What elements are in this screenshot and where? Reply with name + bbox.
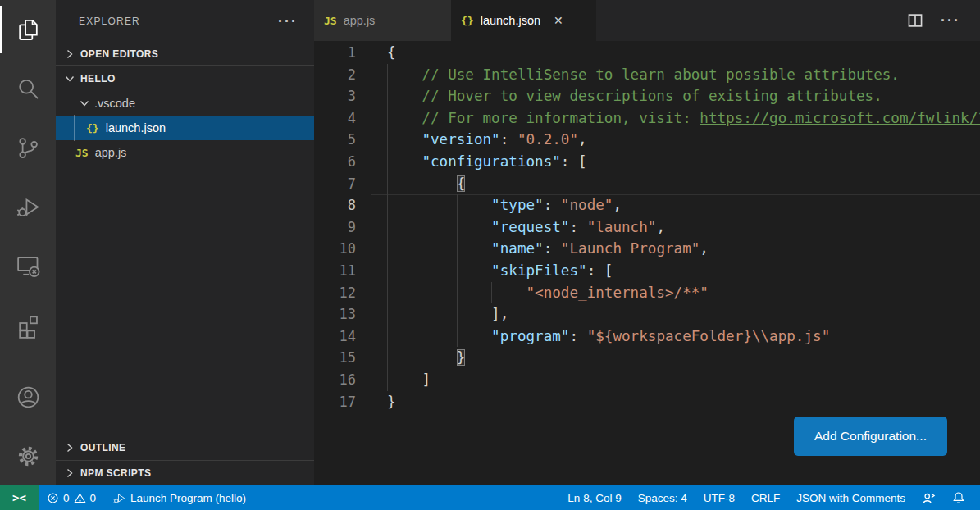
line-content: "version": "0.2.0", [387,129,980,151]
tab-launch-json[interactable]: {} launch.json ✕ [451,0,596,41]
activity-item-explorer[interactable] [0,0,56,59]
line-number[interactable]: 8 [314,194,356,216]
line-number[interactable]: 4 [314,107,356,130]
section-open-editors[interactable]: OPEN EDITORS [56,43,314,66]
sidebar-more-actions-icon[interactable]: ··· [278,14,298,29]
code-line-2[interactable]: 2 // Use IntelliSense to learn about pos… [314,64,980,86]
section-folder-hello[interactable]: HELLO [56,66,314,91]
line-number[interactable]: 17 [314,391,356,413]
indent-guide [422,260,422,282]
indent-guide [422,303,422,326]
line-number[interactable]: 1 [314,42,356,64]
code-line-9[interactable]: 9 "request": "launch", [314,216,980,239]
code-editor[interactable]: 1{2 // Use IntelliSense to learn about p… [314,41,980,485]
code-line-14[interactable]: 14 "program": "${workspaceFolder}\\app.j… [314,326,980,348]
debug-launch-target[interactable]: Launch Program (hello) [104,485,254,510]
code-token [387,328,491,344]
tab-bar: JS app.js {} launch.json ✕ ··· [314,0,980,41]
code-line-13[interactable]: 13 ], [314,303,980,326]
line-number[interactable]: 14 [314,326,356,348]
activity-item-settings[interactable] [0,426,56,485]
tab-label: launch.json [481,14,540,27]
line-number[interactable]: 13 [314,303,356,326]
code-line-8[interactable]: 8 "type": "node", [314,194,980,216]
problems-indicator[interactable]: 0 0 [39,485,104,510]
remote-icon: >< [12,491,26,504]
line-number[interactable]: 6 [314,151,356,173]
code-line-17[interactable]: 17} [314,391,980,413]
indent-guide [387,129,388,151]
indentation-setting[interactable]: Spaces: 4 [630,485,695,510]
code-line-7[interactable]: 7 { [314,173,980,195]
code-line-1[interactable]: 1{ [314,42,980,64]
extensions-icon [15,312,42,339]
line-content: "program": "${workspaceFolder}\\app.js" [387,326,980,348]
encoding-setting[interactable]: UTF-8 [695,485,743,510]
line-content: // For more information, visit: https://… [387,107,980,130]
activity-item-search[interactable] [0,59,56,118]
chevron-right-icon [63,48,76,61]
notifications-button[interactable] [944,485,973,510]
activity-item-accounts[interactable] [0,367,56,426]
chevron-down-icon [63,72,76,85]
code-token: , [656,219,665,235]
line-number[interactable]: 2 [314,64,356,86]
section-label: NPM SCRIPTS [80,467,151,479]
comment-link[interactable]: https://go.microsoft.com/fwlink/?linkid=… [700,110,980,126]
activity-item-run-debug[interactable] [0,177,56,236]
line-number[interactable]: 10 [314,238,356,260]
line-number[interactable]: 15 [314,347,356,369]
code-token: "version" [422,131,499,148]
code-line-15[interactable]: 15 } [314,347,980,369]
split-editor-icon[interactable] [906,11,924,30]
code-token: , [578,131,587,148]
tree-item-vscode-folder[interactable]: .vscode [56,91,314,116]
indent-guide [387,282,388,304]
line-number[interactable]: 12 [314,282,356,304]
code-line-4[interactable]: 4 // For more information, visit: https:… [314,107,980,130]
tab-app-js[interactable]: JS app.js [314,0,451,41]
code-line-10[interactable]: 10 "name": "Launch Program", [314,238,980,260]
line-number[interactable]: 11 [314,260,356,282]
code-token: : [544,240,561,257]
line-number[interactable]: 16 [314,369,356,391]
indent-guide [422,347,422,369]
line-number[interactable]: 7 [314,173,356,195]
code-line-16[interactable]: 16 ] [314,369,980,391]
indent-guide [457,282,458,304]
remote-indicator[interactable]: >< [0,485,39,510]
language-mode-label: JSON with Comments [796,492,905,504]
code-token: "skipFiles" [491,262,587,279]
code-token: "request" [491,219,569,235]
line-number[interactable]: 3 [314,85,356,107]
tree-item-app-js[interactable]: JS app.js [56,140,314,165]
indent-guide [387,173,388,195]
feedback-button[interactable] [914,485,944,510]
language-mode[interactable]: JSON with Comments [788,485,914,510]
code-line-11[interactable]: 11 "skipFiles": [ [314,260,980,282]
activity-item-remote-explorer[interactable] [0,236,56,295]
section-outline[interactable]: OUTLINE [56,435,314,460]
cursor-position[interactable]: Ln 8, Col 9 [559,485,629,510]
debug-target-label: Launch Program (hello) [130,492,246,504]
eol-label: CRLF [751,492,780,504]
code-token: "configurations" [422,153,560,170]
vscode-window: EXPLORER ··· OPEN EDITORS HELLO [0,0,980,510]
add-configuration-button[interactable]: Add Configuration... [794,417,947,456]
line-number[interactable]: 9 [314,216,356,239]
close-icon[interactable]: ✕ [554,14,563,27]
section-npm-scripts[interactable]: NPM SCRIPTS [56,460,314,485]
activity-item-extensions[interactable] [0,295,56,354]
more-actions-icon[interactable]: ··· [941,13,960,28]
code-line-3[interactable]: 3 // Hover to view descriptions of exist… [314,85,980,107]
eol-setting[interactable]: CRLF [743,485,788,510]
code-line-6[interactable]: 6 "configurations": [ [314,151,980,173]
indent-guide [422,282,422,304]
line-number[interactable]: 5 [314,129,356,151]
activity-item-source-control[interactable] [0,118,56,177]
sidebar-bottom-sections: OUTLINE NPM SCRIPTS [56,435,314,485]
code-line-5[interactable]: 5 "version": "0.2.0", [314,129,980,151]
code-line-12[interactable]: 12 "<node_internals>/**" [314,282,980,304]
code-token [387,153,422,170]
tree-item-launch-json[interactable]: {} launch.json [56,116,314,140]
